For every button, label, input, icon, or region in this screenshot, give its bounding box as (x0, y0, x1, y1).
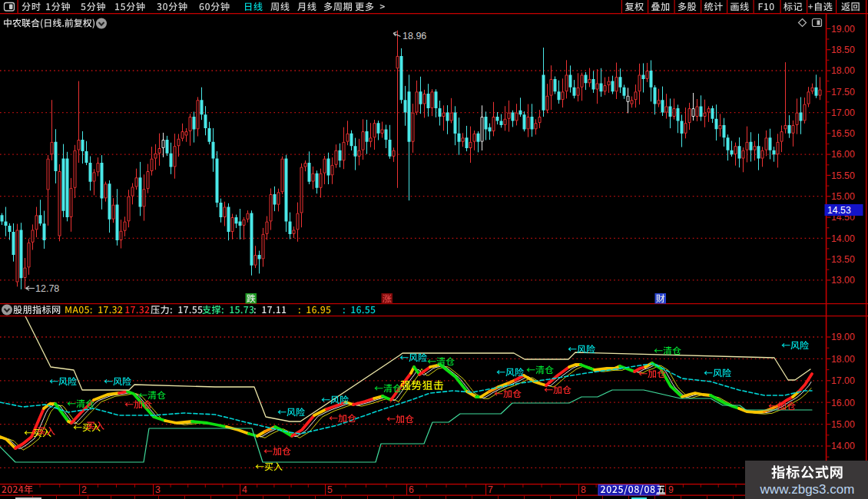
svg-text:15.50: 15.50 (831, 170, 855, 181)
svg-text:19.00: 19.00 (831, 24, 855, 35)
svg-text:3: 3 (155, 484, 161, 495)
svg-text:18.00: 18.00 (831, 354, 855, 365)
svg-text:15.00: 15.00 (831, 419, 855, 430)
svg-text:www.zbgs3.com: www.zbgs3.com (760, 482, 855, 497)
svg-text:2: 2 (81, 484, 87, 495)
svg-text:14.53: 14.53 (827, 205, 851, 216)
svg-text:13.00: 13.00 (831, 275, 855, 286)
svg-text:7: 7 (488, 484, 493, 495)
svg-text:8: 8 (581, 484, 586, 495)
svg-text:17.00: 17.00 (831, 107, 855, 118)
svg-text:17.50: 17.50 (831, 87, 855, 97)
svg-text:19.00: 19.00 (831, 332, 855, 342)
svg-text:18.50: 18.50 (831, 45, 855, 55)
svg-text:5: 5 (327, 484, 333, 495)
svg-text:15.00: 15.00 (831, 191, 855, 202)
svg-text:16.00: 16.00 (831, 398, 855, 408)
svg-text:16.50: 16.50 (831, 128, 855, 139)
svg-text:9: 9 (668, 484, 674, 495)
svg-text:18.00: 18.00 (831, 65, 855, 76)
svg-text:16.00: 16.00 (831, 149, 855, 160)
svg-text:4: 4 (242, 484, 247, 495)
svg-text:18.96: 18.96 (403, 31, 426, 41)
svg-text:17.00: 17.00 (831, 375, 855, 386)
svg-text:12.78: 12.78 (35, 283, 59, 294)
svg-text:14.00: 14.00 (831, 441, 855, 451)
svg-text:6: 6 (409, 484, 414, 495)
svg-text:14.00: 14.00 (831, 233, 855, 244)
svg-text:13.50: 13.50 (831, 254, 855, 265)
